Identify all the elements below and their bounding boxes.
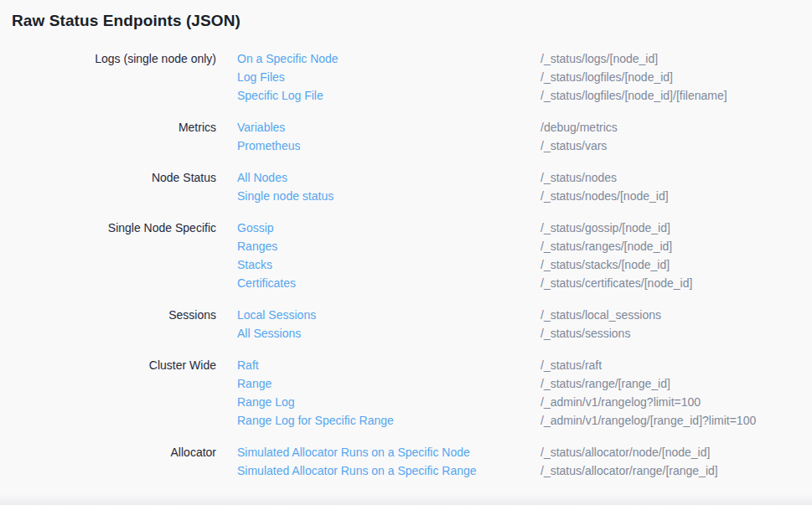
endpoint-link[interactable]: Certificates	[237, 274, 540, 292]
endpoint-groups: Logs (single node only)On a Specific Nod…	[12, 49, 800, 480]
endpoint-path: /_admin/v1/rangelog/[range_id]?limit=100	[540, 411, 800, 430]
category-label: Cluster Wide	[12, 356, 216, 430]
link-column: Local SessionsAll Sessions	[216, 306, 540, 343]
link-column: VariablesPrometheus	[216, 118, 540, 155]
endpoint-group: Logs (single node only)On a Specific Nod…	[12, 49, 800, 105]
endpoint-link[interactable]: Range Log for Specific Range	[237, 411, 540, 430]
endpoint-path: /_status/logs/[node_id]	[540, 49, 800, 68]
endpoint-path: /_status/allocator/range/[range_id]	[540, 461, 800, 480]
category-label: Logs (single node only)	[12, 49, 216, 105]
endpoint-path: /_status/range/[range_id]	[540, 374, 800, 393]
endpoint-path: /_status/nodes	[540, 168, 800, 187]
endpoint-link[interactable]: Local Sessions	[237, 306, 540, 324]
endpoint-group: SessionsLocal SessionsAll Sessions/_stat…	[12, 306, 800, 343]
endpoint-path: /_status/certificates/[node_id]	[540, 274, 800, 292]
link-column: All NodesSingle node status	[216, 168, 540, 205]
endpoint-group: Node StatusAll NodesSingle node status/_…	[12, 168, 800, 205]
endpoint-path: /_status/gossip/[node_id]	[540, 219, 800, 237]
endpoint-link[interactable]: Variables	[237, 118, 540, 137]
endpoint-path: /_status/sessions	[540, 324, 800, 343]
endpoint-link[interactable]: Simulated Allocator Runs on a Specific N…	[237, 443, 540, 461]
category-label: Allocator	[12, 443, 216, 480]
endpoint-link[interactable]: Specific Log File	[237, 86, 540, 105]
path-column: /_status/logs/[node_id]/_status/logfiles…	[540, 49, 800, 105]
path-column: /debug/metrics/_status/vars	[540, 118, 800, 155]
endpoint-path: /_status/ranges/[node_id]	[540, 237, 800, 255]
page-title: Raw Status Endpoints (JSON)	[12, 12, 800, 30]
endpoint-path: /_status/nodes/[node_id]	[540, 187, 800, 205]
endpoint-path: /_status/allocator/node/[node_id]	[540, 443, 800, 461]
endpoint-link[interactable]: All Sessions	[237, 324, 540, 343]
endpoint-path: /_status/logfiles/[node_id]	[540, 68, 800, 86]
endpoint-path: /_status/local_sessions	[540, 306, 800, 324]
endpoint-path: /debug/metrics	[540, 118, 800, 137]
bottom-fade-divider	[0, 494, 812, 505]
endpoint-link[interactable]: Gossip	[237, 219, 540, 237]
debug-endpoints-page: Raw Status Endpoints (JSON) Logs (single…	[0, 0, 812, 480]
endpoint-path: /_status/stacks/[node_id]	[540, 255, 800, 274]
endpoint-link[interactable]: Stacks	[237, 255, 540, 274]
endpoint-link[interactable]: Range Log	[237, 393, 540, 411]
endpoint-path: /_status/raft	[540, 356, 800, 374]
endpoint-path: /_status/logfiles/[node_id]/[filename]	[540, 86, 800, 105]
category-label: Sessions	[12, 306, 216, 343]
category-label: Node Status	[12, 168, 216, 205]
category-label: Single Node Specific	[12, 219, 216, 292]
link-column: On a Specific NodeLog FilesSpecific Log …	[216, 49, 540, 105]
endpoint-link[interactable]: Ranges	[237, 237, 540, 255]
endpoint-link[interactable]: On a Specific Node	[237, 49, 540, 68]
endpoint-group: Single Node SpecificGossipRangesStacksCe…	[12, 219, 800, 292]
path-column: /_status/nodes/_status/nodes/[node_id]	[540, 168, 800, 205]
endpoint-group: AllocatorSimulated Allocator Runs on a S…	[12, 443, 800, 480]
link-column: GossipRangesStacksCertificates	[216, 219, 540, 292]
endpoint-link[interactable]: Log Files	[237, 68, 540, 86]
endpoint-group: MetricsVariablesPrometheus/debug/metrics…	[12, 118, 800, 155]
endpoint-link[interactable]: Single node status	[237, 187, 540, 205]
link-column: RaftRangeRange LogRange Log for Specific…	[216, 356, 540, 430]
endpoint-link[interactable]: Prometheus	[237, 137, 540, 155]
path-column: /_status/raft/_status/range/[range_id]/_…	[540, 356, 800, 430]
endpoint-path: /_admin/v1/rangelog?limit=100	[540, 393, 800, 411]
path-column: /_status/gossip/[node_id]/_status/ranges…	[540, 219, 800, 292]
endpoint-link[interactable]: Range	[237, 374, 540, 393]
endpoint-group: Cluster WideRaftRangeRange LogRange Log …	[12, 356, 800, 430]
category-label: Metrics	[12, 118, 216, 155]
path-column: /_status/allocator/node/[node_id]/_statu…	[540, 443, 800, 480]
endpoint-link[interactable]: Raft	[237, 356, 540, 374]
path-column: /_status/local_sessions/_status/sessions	[540, 306, 800, 343]
endpoint-link[interactable]: All Nodes	[237, 168, 540, 187]
link-column: Simulated Allocator Runs on a Specific N…	[216, 443, 540, 480]
endpoint-link[interactable]: Simulated Allocator Runs on a Specific R…	[237, 461, 540, 480]
endpoint-path: /_status/vars	[540, 137, 800, 155]
